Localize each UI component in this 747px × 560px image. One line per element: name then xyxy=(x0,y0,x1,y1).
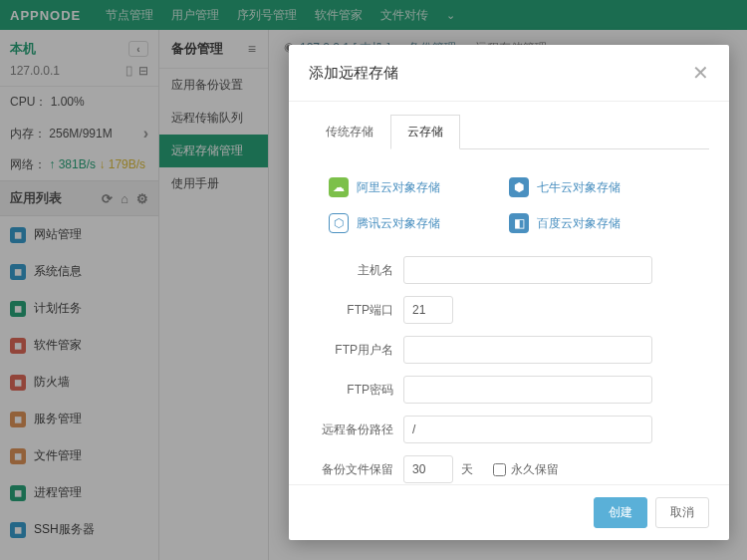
ftp-port-input[interactable] xyxy=(403,296,453,324)
remote-path-label: 远程备份路径 xyxy=(309,421,403,438)
storage-label: 七牛云对象存储 xyxy=(537,179,621,196)
storage-option-3[interactable]: ◧百度云对象存储 xyxy=(509,205,689,241)
tab-traditional-storage[interactable]: 传统存储 xyxy=(309,115,390,149)
ftp-port-label: FTP端口 xyxy=(309,302,403,319)
modal-title: 添加远程存储 xyxy=(309,64,398,83)
ftp-user-label: FTP用户名 xyxy=(309,342,403,359)
ftp-user-input[interactable] xyxy=(403,336,652,364)
add-remote-storage-modal: 添加远程存储 ✕ 传统存储 云存储 ☁阿里云对象存储⬢七牛云对象存储⬡腾讯云对象… xyxy=(289,45,729,540)
ftp-pass-label: FTP密码 xyxy=(309,382,403,399)
create-button[interactable]: 创建 xyxy=(594,497,647,528)
storage-type-tabs: 传统存储 云存储 xyxy=(309,114,709,149)
retain-unit: 天 xyxy=(461,461,473,478)
storage-option-1[interactable]: ⬢七牛云对象存储 xyxy=(509,169,689,205)
storage-icon: ⬢ xyxy=(509,177,529,197)
retain-label: 备份文件保留 xyxy=(309,461,403,478)
storage-option-0[interactable]: ☁阿里云对象存储 xyxy=(329,169,509,205)
forever-label: 永久保留 xyxy=(511,461,559,478)
storage-icon: ⬡ xyxy=(329,213,349,233)
storage-icon: ◧ xyxy=(509,213,529,233)
host-label: 主机名 xyxy=(309,262,403,279)
storage-option-2[interactable]: ⬡腾讯云对象存储 xyxy=(329,205,509,241)
remote-path-input[interactable] xyxy=(403,416,652,443)
storage-label: 阿里云对象存储 xyxy=(357,179,440,196)
storage-label: 百度云对象存储 xyxy=(537,215,621,232)
host-input[interactable] xyxy=(403,256,652,284)
ftp-pass-input[interactable] xyxy=(403,376,652,404)
forever-checkbox-input[interactable] xyxy=(493,463,506,476)
forever-checkbox[interactable]: 永久保留 xyxy=(493,461,559,478)
storage-label: 腾讯云对象存储 xyxy=(357,215,440,232)
retain-input[interactable] xyxy=(403,455,453,483)
storage-icon: ☁ xyxy=(329,177,349,197)
modal-close-icon[interactable]: ✕ xyxy=(692,61,709,85)
tab-cloud-storage[interactable]: 云存储 xyxy=(390,115,460,149)
cancel-button[interactable]: 取消 xyxy=(655,497,709,528)
